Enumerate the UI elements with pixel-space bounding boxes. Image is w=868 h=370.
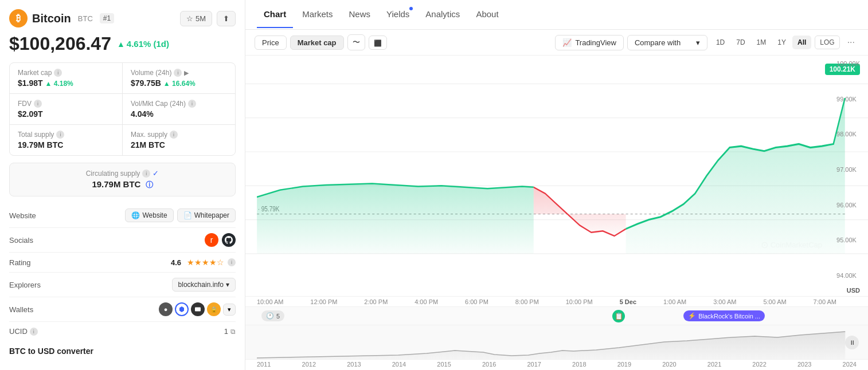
- volume-label: Volume (24h) i ▶: [131, 69, 227, 77]
- pause-button[interactable]: ⏸: [845, 336, 859, 349]
- coin-rank: #1: [100, 13, 114, 23]
- star-icon: ☆: [186, 14, 193, 23]
- tab-yields[interactable]: Yields: [380, 1, 416, 28]
- x-axis-detail: 10:00 AM 12:00 PM 2:00 PM 4:00 PM 6:00 P…: [245, 296, 868, 306]
- coin-header: ₿ Bitcoin BTC #1 ☆ 5M ⬆: [9, 9, 236, 27]
- event-badge-3[interactable]: ⚡ BlackRock's Bitcoin ...: [683, 310, 765, 321]
- stat-volume: Volume (24h) i ▶ $79.75B ▲ 16.64%: [123, 63, 235, 93]
- time-1m-button[interactable]: 1M: [752, 36, 772, 49]
- log-button[interactable]: LOG: [815, 36, 839, 49]
- share-button[interactable]: ⬆: [217, 11, 236, 26]
- ucid-row: UCID i 1 ⧉: [9, 322, 236, 341]
- history-x-axis: 2011 2012 2013 2014 2015 2016 2017 2018 …: [245, 359, 868, 370]
- currency-label: USD: [847, 287, 860, 294]
- tab-analytics[interactable]: Analytics: [419, 1, 467, 28]
- reddit-button[interactable]: r: [205, 233, 218, 247]
- stat-vol-mkt: Vol/Mkt Cap (24h) i 4.04%: [123, 94, 235, 124]
- fdv-info-icon[interactable]: i: [34, 100, 42, 108]
- rating-label: Rating: [9, 258, 61, 267]
- price-change: ▲ 4.61% (1d): [117, 39, 169, 49]
- ucid-info-icon[interactable]: i: [30, 328, 38, 336]
- tab-news[interactable]: News: [342, 1, 378, 28]
- time-all-button[interactable]: All: [792, 36, 811, 49]
- coin-ticker: BTC: [78, 14, 93, 23]
- compare-chevron-icon: ▾: [696, 38, 700, 47]
- fdv-label: FDV i: [18, 100, 114, 108]
- vol-mkt-info-icon[interactable]: i: [188, 100, 196, 108]
- rating-value: 4.6: [171, 258, 181, 267]
- socials-label: Socials: [9, 236, 61, 245]
- stat-fdv: FDV i $2.09T: [10, 94, 122, 124]
- whitepaper-button[interactable]: 📄 Whitepaper: [177, 208, 236, 222]
- tab-chart[interactable]: Chart: [257, 1, 293, 28]
- explorers-row: Explorers blockchain.info ▾: [9, 273, 236, 297]
- trading-view-button[interactable]: 📈 TradingView: [555, 35, 624, 50]
- vol-mkt-value: 4.04%: [131, 109, 227, 119]
- fdv-value: $2.09T: [18, 109, 114, 119]
- vol-mkt-label: Vol/Mkt Cap (24h) i: [131, 100, 227, 108]
- wallet-icon-3[interactable]: [191, 302, 205, 316]
- price-chart-svg: · 95.79K: [245, 56, 868, 296]
- event-badge-1[interactable]: 🕐 5: [261, 310, 284, 321]
- wallet-icon-1[interactable]: ●: [159, 302, 173, 316]
- watchlist-button[interactable]: ☆ 5M: [180, 11, 212, 26]
- chart-controls: Price Market cap 〜 ⬛ 📈 TradingView Compa…: [245, 30, 868, 56]
- history-chart-svg: [257, 330, 857, 359]
- ucid-value: 1: [224, 327, 228, 336]
- time-1y-button[interactable]: 1Y: [772, 36, 791, 49]
- wallets-label: Wallets: [9, 305, 61, 314]
- rating-row: Rating 4.6 ★★★★☆ i: [9, 253, 236, 273]
- time-period-buttons: 1D 7D 1M 1Y All: [711, 36, 811, 49]
- more-options-button[interactable]: ···: [843, 34, 859, 50]
- price-button[interactable]: Price: [255, 36, 287, 50]
- rating-stars: ★★★★☆: [187, 258, 224, 267]
- globe-icon: 🌐: [131, 211, 140, 219]
- total-supply-value: 19.79M BTC: [18, 140, 114, 149]
- stat-max-supply: Max. supply i 21M BTC: [123, 125, 235, 155]
- max-supply-info-icon[interactable]: i: [170, 131, 178, 139]
- chart-watermark: ⊙ CoinMarketCap: [761, 239, 822, 250]
- time-1d-button[interactable]: 1D: [711, 36, 730, 49]
- socials-row: Socials r: [9, 228, 236, 253]
- stat-total-supply: Total supply i 19.79M BTC: [10, 125, 122, 155]
- volume-info-icon[interactable]: i: [174, 69, 182, 77]
- time-7d-button[interactable]: 7D: [731, 36, 750, 49]
- tab-about[interactable]: About: [469, 1, 505, 28]
- website-label: Website: [9, 211, 61, 220]
- line-chart-icon: 〜: [353, 38, 360, 46]
- website-row: Website 🌐 Website 📄 Whitepaper: [9, 203, 236, 228]
- circ-supply-label: Circulating supply i ✓: [18, 169, 227, 178]
- market-cap-label: Market cap i: [18, 69, 114, 77]
- copy-icon[interactable]: ⧉: [230, 328, 236, 336]
- header-actions: ☆ 5M ⬆: [180, 11, 236, 26]
- market-cap-button[interactable]: Market cap: [290, 36, 344, 50]
- verified-icon: ✓: [153, 169, 159, 178]
- tab-markets[interactable]: Markets: [295, 1, 339, 28]
- total-supply-info-icon[interactable]: i: [56, 131, 64, 139]
- compare-with-button[interactable]: Compare with ▾: [627, 35, 707, 50]
- chart-area: · 95.79K 100.21K 100.00K 99.00K 98.00K 9…: [245, 56, 868, 296]
- wallet-icon-2[interactable]: [175, 302, 189, 316]
- candle-chart-button[interactable]: ⬛: [369, 36, 387, 50]
- event-badge-2[interactable]: 📋: [612, 310, 625, 322]
- right-panel: Chart Markets News Yields Analytics Abou…: [245, 0, 868, 370]
- candle-icon: ⬛: [374, 40, 382, 46]
- github-button[interactable]: [222, 233, 236, 247]
- event-lightning-icon: ⚡: [688, 312, 696, 320]
- svg-rect-0: [195, 308, 201, 312]
- coin-logo: ₿: [9, 9, 28, 27]
- circulating-supply-row: Circulating supply i ✓ 19.79M BTC ⓘ: [9, 163, 236, 196]
- wallets-row: Wallets ● 🔒 ▾: [9, 297, 236, 322]
- market-cap-info-icon[interactable]: i: [54, 69, 62, 77]
- rating-info-icon[interactable]: i: [228, 258, 236, 266]
- line-chart-button[interactable]: 〜: [347, 34, 365, 50]
- circ-supply-info-icon[interactable]: i: [142, 170, 150, 178]
- website-button[interactable]: 🌐 Website: [125, 208, 173, 222]
- converter-title: BTC to USD converter: [9, 341, 236, 356]
- wallet-icon-4[interactable]: 🔒: [207, 302, 221, 316]
- wallets-expand-button[interactable]: ▾: [223, 304, 236, 316]
- explorer-dropdown[interactable]: blockchain.info ▾: [172, 278, 236, 292]
- coin-name: Bitcoin: [32, 12, 71, 25]
- volume-arrow-icon: ▶: [184, 69, 189, 77]
- chart-icon: 📈: [562, 38, 572, 47]
